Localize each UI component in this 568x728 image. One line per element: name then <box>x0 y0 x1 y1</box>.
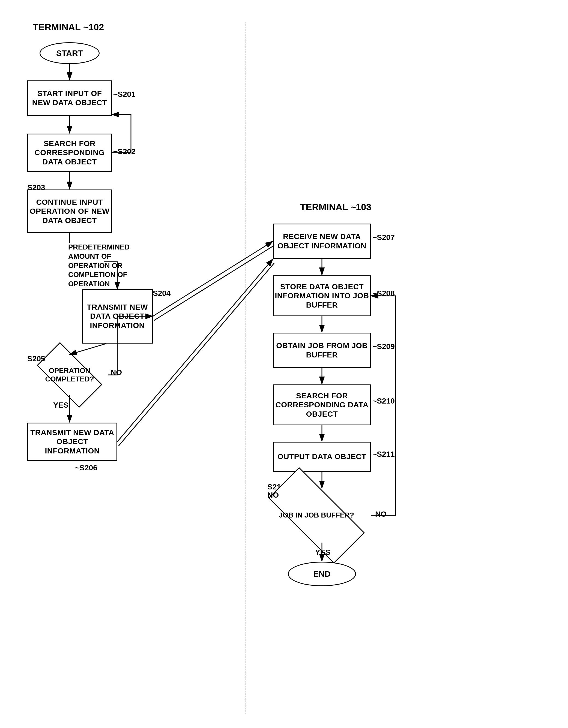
end-terminal: END <box>288 562 356 586</box>
s207-box: RECEIVE NEW DATA OBJECT INFORMATION <box>273 224 371 259</box>
divider <box>245 22 246 714</box>
s202-box: SEARCH FOR CORRESPONDING DATA OBJECT <box>27 134 112 172</box>
svg-line-14 <box>153 241 273 316</box>
s204-ref: S204 <box>153 289 170 298</box>
s201-box: START INPUT OF NEW DATA OBJECT <box>27 80 112 116</box>
s212-no-right: NO <box>375 510 387 519</box>
s212-no-left: NO <box>267 491 279 500</box>
s207-ref: ~S207 <box>373 233 395 242</box>
s211-box: OUTPUT DATA OBJECT <box>273 442 371 472</box>
s210-ref: ~S210 <box>373 397 395 405</box>
s208-box: STORE DATA OBJECT INFORMATION INTO JOB B… <box>273 275 371 316</box>
s208-ref: ~S208 <box>373 289 395 298</box>
s209-box: OBTAIN JOB FROM JOB BUFFER <box>273 333 371 368</box>
s210-box: SEARCH FOR CORRESPONDING DATA OBJECT <box>273 384 371 425</box>
s203-box: CONTINUE INPUT OPERATION OF NEW DATA OBJ… <box>27 189 112 233</box>
s209-ref: ~S209 <box>373 342 395 351</box>
s203-condition: PREDETERMINED AMOUNT OF OPERATION OR COM… <box>68 243 150 289</box>
s205-no-label: NO <box>110 368 122 377</box>
terminal-103-label: TERMINAL ~103 <box>300 202 371 212</box>
s212-yes-label: YES <box>315 548 331 557</box>
start-terminal: START <box>40 42 100 64</box>
terminal-102-label: TERMINAL ~102 <box>33 22 104 32</box>
s202-ref: ~S202 <box>113 147 136 156</box>
svg-line-15 <box>154 245 274 320</box>
diagram-container: TERMINAL ~102 START START INPUT OF NEW D… <box>0 0 568 728</box>
s206-box: TRANSMIT NEW DATA OBJECT INFORMATION <box>27 423 117 461</box>
s211-ref: ~S211 <box>373 450 395 459</box>
svg-line-6 <box>70 344 106 354</box>
s205-ref: S205 <box>27 354 45 363</box>
s205-yes-label: YES <box>53 401 68 410</box>
s206-ref: ~S206 <box>75 464 97 472</box>
s204-box: TRANSMIT NEW DATA OBJECT INFORMATION <box>82 289 153 344</box>
s201-ref: ~S201 <box>113 90 136 99</box>
